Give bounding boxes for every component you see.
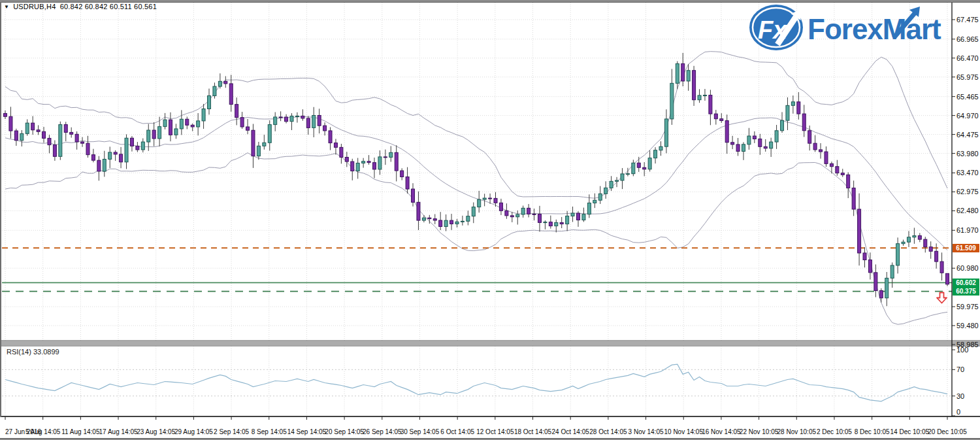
price-axis-tick: 64.970 bbox=[956, 112, 979, 120]
time-axis-tick: 30 Sep 14:05 bbox=[400, 428, 440, 435]
time-axis-tick: 20 Dec 10:05 bbox=[928, 428, 967, 435]
price-axis-tick: 67.475 bbox=[956, 16, 979, 24]
time-axis-tick: 10 Nov 14:05 bbox=[664, 428, 703, 435]
time-axis-tick: 26 Sep 14:05 bbox=[363, 428, 402, 435]
price-axis-tick: 60.980 bbox=[956, 264, 979, 272]
symbol-dropdown-icon[interactable]: ▼ bbox=[4, 4, 9, 10]
rsi-axis-tick: 70 bbox=[956, 365, 964, 373]
time-axis-tick: 2 Sep 14:05 bbox=[214, 428, 249, 435]
time-axis-tick: 14 Dec 10:05 bbox=[890, 428, 930, 435]
price-axis-tick: 63.980 bbox=[956, 150, 979, 158]
rsi-axis-tick: 0 bbox=[956, 408, 960, 416]
price-level-badge: 60.375 bbox=[953, 287, 979, 296]
price-axis-tick: 62.480 bbox=[956, 207, 979, 214]
time-axis-tick: 24 Oct 14:05 bbox=[552, 428, 589, 435]
time-axis-tick: 2 Dec 10:05 bbox=[817, 428, 852, 435]
rsi-indicator-label: RSI(14) 33.0899 bbox=[7, 348, 59, 356]
time-axis-tick: 20 Sep 14:05 bbox=[325, 428, 364, 435]
time-axis-tick: 29 Aug 14:05 bbox=[174, 428, 213, 435]
trading-chart-window: ▼USDRUB,H4 60.842 60.842 60.511 60.561 R… bbox=[0, 0, 980, 440]
price-axis-tick: 66.470 bbox=[956, 54, 979, 62]
price-level-badge: 61.509 bbox=[953, 244, 979, 252]
price-axis-tick: 61.970 bbox=[956, 226, 979, 234]
time-axis-tick: 28 Oct 14:05 bbox=[589, 428, 627, 435]
time-axis-tick: 11 Aug 14:05 bbox=[61, 428, 99, 435]
time-axis-tick: 5 Aug 14:05 bbox=[25, 428, 60, 435]
time-axis-tick: 14 Sep 14:05 bbox=[287, 428, 327, 435]
symbol-title: ▼USDRUB,H4 60.842 60.842 60.511 60.561 bbox=[4, 3, 157, 10]
price-axis-tick: 59.975 bbox=[956, 303, 979, 311]
time-axis-tick: 18 Oct 14:05 bbox=[514, 428, 551, 435]
time-axis-tick: 6 Oct 14:05 bbox=[440, 428, 474, 435]
symbol-ohlc-label: 60.842 60.842 60.511 60.561 bbox=[60, 3, 157, 10]
price-axis-tick: 64.475 bbox=[956, 131, 979, 139]
price-chart-canvas[interactable] bbox=[0, 0, 980, 440]
time-axis-tick: 16 Nov 14:05 bbox=[702, 428, 741, 435]
rsi-axis-tick: 30 bbox=[956, 392, 964, 400]
time-axis-tick: 22 Nov 10:05 bbox=[740, 428, 779, 435]
symbol-name-label: USDRUB,H4 bbox=[13, 3, 56, 10]
time-axis-tick: 17 Aug 14:05 bbox=[99, 428, 138, 435]
sell-signal-arrow-icon[interactable] bbox=[936, 292, 948, 304]
window-left-border bbox=[0, 2, 1, 417]
price-axis-tick: 66.965 bbox=[956, 35, 979, 43]
forexmart-logo: Fx ForexMart bbox=[745, 3, 954, 52]
price-level-badge: 60.602 bbox=[953, 279, 979, 287]
time-axis-tick: 12 Oct 14:05 bbox=[476, 428, 514, 435]
price-axis-tick: 65.975 bbox=[956, 73, 979, 81]
time-axis-tick: 3 Nov 14:05 bbox=[629, 428, 664, 435]
forexmart-fx-icon: Fx bbox=[749, 5, 803, 50]
price-axis-tick: 62.975 bbox=[956, 188, 979, 195]
rsi-axis-tick: 100 bbox=[956, 346, 968, 354]
time-axis-tick: 8 Dec 10:05 bbox=[855, 428, 890, 435]
time-axis-tick: 28 Nov 10:05 bbox=[777, 428, 817, 435]
forexmart-wordmark: ForexMart bbox=[808, 13, 941, 45]
time-axis-tick: 8 Sep 14:05 bbox=[252, 428, 287, 435]
price-axis-tick: 59.480 bbox=[956, 322, 979, 330]
price-axis-tick: 63.470 bbox=[956, 169, 979, 177]
price-axis-tick: 65.465 bbox=[956, 93, 979, 101]
time-axis-tick: 23 Aug 14:05 bbox=[137, 428, 175, 435]
